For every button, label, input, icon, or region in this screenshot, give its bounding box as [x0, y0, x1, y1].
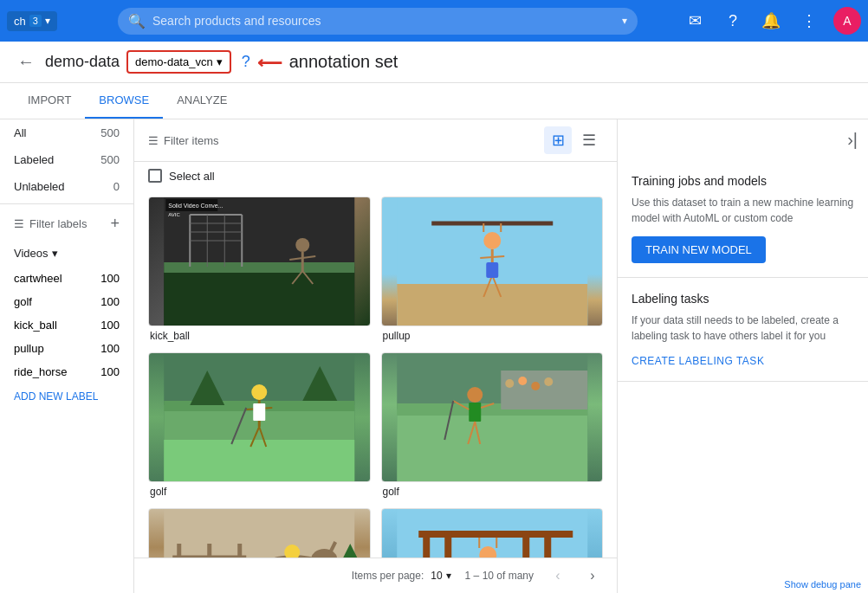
sidebar-item-all[interactable]: All 500: [0, 119, 133, 146]
nav-icons: ✉ ? 🔔 ⋮ A: [681, 7, 861, 35]
all-label: All: [14, 126, 26, 139]
thumb-pullup2: [381, 508, 604, 558]
label-item-kick-ball[interactable]: kick_ball 100: [0, 313, 133, 337]
grid-item-golf1[interactable]: golf: [148, 352, 371, 498]
svg-point-50: [544, 377, 553, 386]
top-nav: ch 3 ▾ 🔍 ▾ ✉ ? 🔔 ⋮ A: [0, 0, 868, 42]
svg-point-49: [531, 382, 540, 390]
filter-items-label: Filter items: [164, 134, 219, 147]
notifications-icon[interactable]: 🔔: [757, 7, 785, 35]
panel-toggle: ›|: [618, 119, 868, 160]
golf2-label: golf: [381, 486, 604, 498]
svg-point-36: [251, 384, 267, 400]
panel-toggle-button[interactable]: ›|: [844, 126, 861, 153]
label-count: 100: [100, 342, 120, 355]
label-name: golf: [14, 295, 32, 308]
per-page-chevron-icon: ▾: [446, 570, 451, 582]
add-new-label-button[interactable]: ADD NEW LABEL: [0, 384, 133, 409]
app-name[interactable]: ch 3 ▾: [7, 11, 57, 31]
tab-analyze[interactable]: ANALYZE: [163, 83, 241, 119]
email-icon[interactable]: ✉: [681, 7, 709, 35]
svg-text:AVIC: AVIC: [168, 212, 180, 217]
training-section: Training jobs and models Use this datase…: [618, 160, 868, 278]
label-item-ride-horse[interactable]: ride_horse 100: [0, 360, 133, 384]
pullup1-label: pullup: [381, 330, 604, 342]
back-button[interactable]: ←: [14, 48, 38, 75]
grid-item-pullup2[interactable]: pullup: [381, 508, 604, 558]
select-all-label: Select all: [169, 170, 215, 183]
search-input[interactable]: [152, 14, 412, 28]
thumb-golf2: [381, 352, 604, 482]
train-new-model-button[interactable]: TRAIN NEW MODEL: [632, 236, 766, 263]
filter-labels-text: Filter labels: [29, 217, 87, 230]
select-all-checkbox[interactable]: [148, 169, 162, 183]
kick-ball-label: kick_ball: [148, 330, 371, 342]
pagination-bar: Items per page: 10 ▾ 1 – 10 of many ‹ ›: [134, 558, 617, 593]
svg-rect-33: [164, 440, 354, 482]
grid-item-golf2[interactable]: golf: [381, 352, 604, 498]
app-logo-area: ch 3 ▾: [7, 11, 111, 31]
add-filter-icon[interactable]: +: [110, 215, 120, 233]
debug-footer[interactable]: Show debug pane: [777, 576, 868, 593]
svg-rect-29: [486, 262, 498, 278]
tab-browse[interactable]: BROWSE: [85, 83, 163, 119]
grid-item-ride-horse[interactable]: ride_horse: [148, 508, 371, 558]
grid-view-button[interactable]: ⊞: [544, 126, 572, 154]
thumb-golf1: [148, 352, 371, 482]
main-content: All 500 Labeled 500 Unlabeled 0 ☰ Filter…: [0, 119, 868, 593]
label-count: 100: [100, 319, 120, 332]
svg-point-11: [295, 238, 309, 252]
unlabeled-count: 0: [113, 180, 120, 193]
chevron-down-icon[interactable]: ▾: [45, 15, 50, 27]
svg-point-24: [483, 232, 501, 249]
sidebar-item-labeled[interactable]: Labeled 500: [0, 146, 133, 173]
thumb-ride-horse: [148, 508, 371, 558]
help-icon[interactable]: ?: [719, 7, 747, 35]
filter-icon: ☰: [14, 217, 24, 230]
svg-rect-2: [164, 262, 354, 273]
search-dropdown-icon[interactable]: ▾: [622, 15, 627, 27]
labeled-count: 500: [100, 153, 120, 166]
labeling-desc: If your data still needs to be labeled, …: [632, 313, 854, 344]
tab-import[interactable]: IMPORT: [14, 83, 85, 119]
thumb-kick-ball: Solid Video Conve... AVIC: [148, 197, 371, 326]
label-item-cartwheel[interactable]: cartwheel 100: [0, 267, 133, 290]
tab-bar: IMPORT BROWSE ANALYZE: [0, 83, 868, 119]
avatar[interactable]: A: [833, 7, 861, 35]
items-per-page: Items per page: 10 ▾: [352, 570, 451, 582]
prev-page-button[interactable]: ‹: [547, 565, 568, 586]
page-container: ← demo-data demo-data_vcn ▾ ? ⟵ annotati…: [0, 42, 868, 593]
svg-point-48: [518, 377, 527, 385]
arrow-indicator: ⟵: [257, 52, 282, 73]
per-page-select[interactable]: 10 ▾: [431, 570, 450, 582]
training-desc: Use this dataset to train a new machine …: [632, 195, 854, 226]
annotation-dropdown-value: demo-data_vcn: [135, 55, 213, 68]
create-labeling-task-button[interactable]: CREATE LABELING TASK: [632, 355, 764, 367]
filter-items-button[interactable]: ☰ Filter items: [148, 134, 219, 147]
filter-labels-btn[interactable]: ☰ Filter labels: [14, 217, 87, 230]
grid-item-pullup1[interactable]: pullup: [381, 197, 604, 342]
search-bar[interactable]: 🔍 ▾: [118, 8, 638, 35]
label-item-golf[interactable]: golf 100: [0, 290, 133, 313]
sidebar-item-unlabeled[interactable]: Unlabeled 0: [0, 173, 133, 200]
labeling-section: Labeling tasks If your data still needs …: [618, 278, 868, 382]
app-name-text: ch: [14, 15, 26, 28]
svg-rect-42: [253, 403, 265, 421]
app-version-badge: 3: [29, 15, 42, 27]
filter-labels-row: ☰ Filter labels +: [0, 208, 133, 240]
svg-rect-52: [469, 403, 481, 422]
annotation-help-icon[interactable]: ?: [242, 53, 250, 71]
videos-section[interactable]: Videos ▾: [0, 240, 133, 267]
next-page-button[interactable]: ›: [582, 565, 603, 586]
grid-item-kick-ball[interactable]: Solid Video Conve... AVIC kick_ball: [148, 197, 371, 342]
page-range: 1 – 10 of many: [465, 570, 534, 582]
items-per-page-label: Items per page:: [352, 570, 424, 582]
label-name: cartwheel: [14, 272, 62, 285]
label-name: kick_ball: [14, 319, 57, 332]
label-item-pullup[interactable]: pullup 100: [0, 337, 133, 360]
sidebar: All 500 Labeled 500 Unlabeled 0 ☰ Filter…: [0, 119, 134, 593]
more-icon[interactable]: ⋮: [795, 7, 823, 35]
list-view-button[interactable]: ☰: [575, 126, 603, 154]
annotation-dropdown[interactable]: demo-data_vcn ▾: [126, 50, 231, 74]
right-panel: ›| Training jobs and models Use this dat…: [617, 119, 868, 593]
